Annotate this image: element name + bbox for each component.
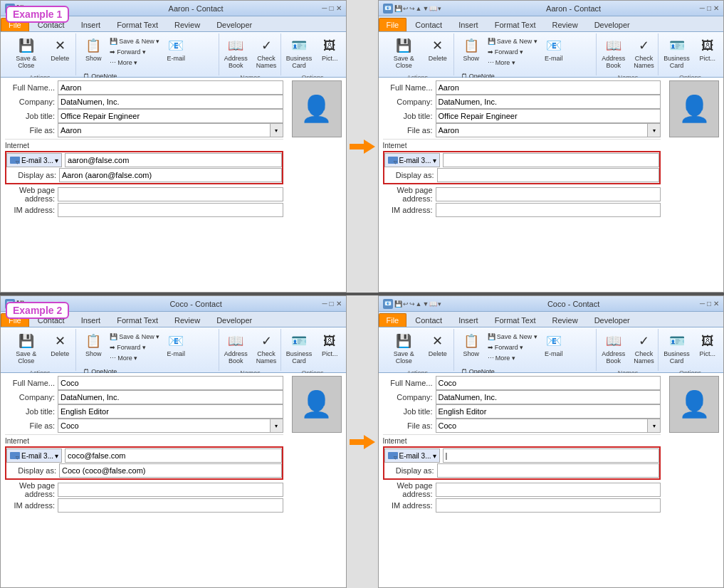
save-close-btn-2b[interactable]: 💾 Save & Close [6,330,46,367]
nav-up-icon-2a[interactable]: ▲ [416,300,422,308]
fileas-dropdown-2a[interactable]: ▾ [648,419,661,433]
displayas-input-2b[interactable] [59,463,282,478]
more-btn-2a[interactable]: ⋯More ▾ [485,353,540,363]
save-new-btn-1a[interactable]: 💾Save & New ▾ [485,36,540,46]
tab-developer-1a[interactable]: Developer [587,18,638,31]
maximize-icon-1a[interactable]: □ [707,4,711,12]
tab-format-2b[interactable]: Format Text [109,313,166,327]
email-input-2b[interactable] [65,448,281,463]
picture-btn-1a[interactable]: 🖼 Pict... [695,35,720,64]
forward-btn-2a[interactable]: ➡Forward ▾ [485,342,540,352]
tab-insert-2a[interactable]: Insert [451,313,486,327]
delete-btn-2a[interactable]: ✕ Delete [425,330,451,359]
fileas-input-1a[interactable] [436,123,649,137]
fileas-input-1b[interactable] [58,123,271,137]
web-input-2b[interactable] [58,483,283,497]
tab-developer-1b[interactable]: Developer [209,18,260,31]
email-btn-2b[interactable]: 📧 E-mail [163,330,189,359]
maximize-icon[interactable]: □ [329,4,333,12]
email-input-1a[interactable] [443,153,659,167]
save-close-btn-1b[interactable]: 💾 Save & Close [6,35,46,71]
delete-btn-2b[interactable]: ✕ Delete [47,330,73,359]
tab-file-1a[interactable]: File [379,18,407,31]
business-card-btn-2b[interactable]: 🪪 Business Card [283,330,316,367]
minimize-icon-1a[interactable]: ─ [700,4,705,12]
undo-icon-1a[interactable]: ↩ [403,5,409,12]
tab-insert-1a[interactable]: Insert [451,18,486,31]
email-btn-1b[interactable]: 📧 E-mail [163,35,189,64]
tab-review-2b[interactable]: Review [167,313,208,327]
im-input-2b[interactable] [58,498,283,513]
more-btn-2b[interactable]: ⋯More ▾ [107,353,162,363]
show-btn-2b[interactable]: 📋 Show [80,330,106,359]
address-book-icon-1a[interactable]: 📖 [429,5,437,12]
picture-btn-2b[interactable]: 🖼 Pict... [317,330,342,359]
email-type-btn-1b[interactable]: E-mail 3... ▾ [6,153,62,167]
displayas-input-2a[interactable] [437,463,660,478]
nav-down-icon-1a[interactable]: ▼ [422,5,429,12]
address-book-btn-1b[interactable]: 📖 Address Book [221,35,251,71]
company-input-1a[interactable] [436,95,661,109]
business-card-btn-2a[interactable]: 🪪 Business Card [660,330,693,367]
maximize-icon-2a[interactable]: □ [707,300,711,308]
address-book-icon-2a[interactable]: 📖 [429,300,437,308]
fullname-input-2b[interactable] [58,376,283,390]
tab-developer-2a[interactable]: Developer [587,313,638,327]
more-icon-1a[interactable]: ▾ [438,5,441,12]
tab-format-1a[interactable]: Format Text [487,18,544,31]
email-input-1b[interactable] [65,153,281,167]
email-btn-1a[interactable]: 📧 E-mail [541,35,567,64]
more-btn-1a[interactable]: ⋯More ▾ [485,58,540,68]
tab-file-2a[interactable]: File [379,313,407,327]
delete-btn-1b[interactable]: ✕ Delete [47,35,73,64]
picture-btn-2a[interactable]: 🖼 Pict... [695,330,720,359]
save-close-btn-1a[interactable]: 💾 Save & Close [384,35,424,71]
fileas-input-2b[interactable] [58,419,271,433]
fileas-dropdown-1b[interactable]: ▾ [271,123,283,137]
show-btn-2a[interactable]: 📋 Show [458,330,484,359]
forward-btn-2b[interactable]: ➡Forward ▾ [107,342,162,352]
company-input-2a[interactable] [436,390,661,404]
nav-up-icon-1a[interactable]: ▲ [416,5,422,12]
tab-format-1b[interactable]: Format Text [109,18,166,31]
tab-review-1b[interactable]: Review [167,18,208,31]
forward-btn-1b[interactable]: ➡Forward ▾ [107,47,162,57]
close-icon-2b[interactable]: ✕ [336,300,342,308]
more-icon-2a[interactable]: ▾ [438,300,441,308]
redo-icon-2a[interactable]: ↪ [409,300,415,308]
close-icon-2a[interactable]: ✕ [713,300,719,308]
tab-format-2a[interactable]: Format Text [487,313,544,327]
quick-save-icon-2a[interactable]: 💾 [394,300,402,308]
address-book-btn-2a[interactable]: 📖 Address Book [598,330,629,367]
save-close-btn-2a[interactable]: 💾 Save & Close [384,330,424,367]
displayas-input-1b[interactable] [59,168,282,182]
web-input-2a[interactable] [436,483,661,497]
fileas-input-2a[interactable] [436,419,649,433]
company-input-2b[interactable] [58,390,283,404]
show-btn-1a[interactable]: 📋 Show [458,35,484,64]
undo-icon-2a[interactable]: ↩ [403,300,409,308]
show-btn-1b[interactable]: 📋 Show [80,35,106,64]
email-input-2a[interactable] [443,448,659,463]
email-type-btn-1a[interactable]: E-mail 3... ▾ [384,153,440,167]
tab-contact-1a[interactable]: Contact [407,18,450,31]
tab-developer-2b[interactable]: Developer [209,313,260,327]
tab-insert-2b[interactable]: Insert [73,313,109,327]
check-names-btn-2b[interactable]: ✓ Check Names [253,330,280,367]
minimize-icon[interactable]: ─ [322,4,327,12]
business-card-btn-1b[interactable]: 🪪 Business Card [283,35,316,71]
minimize-icon-2b[interactable]: ─ [322,300,327,308]
address-book-btn-1a[interactable]: 📖 Address Book [598,35,629,71]
tab-contact-2a[interactable]: Contact [407,313,450,327]
email-btn-2a[interactable]: 📧 E-mail [541,330,567,359]
save-new-btn-2a[interactable]: 💾Save & New ▾ [485,332,540,342]
web-input-1b[interactable] [58,187,283,201]
email-type-btn-2a[interactable]: E-mail 3... ▾ [384,448,440,463]
jobtitle-input-2a[interactable] [436,404,661,419]
im-input-2a[interactable] [436,498,661,513]
web-input-1a[interactable] [436,187,661,201]
jobtitle-input-1a[interactable] [436,109,661,123]
address-book-btn-2b[interactable]: 📖 Address Book [221,330,251,367]
jobtitle-input-1b[interactable] [58,109,283,123]
tab-insert-1b[interactable]: Insert [73,18,109,31]
